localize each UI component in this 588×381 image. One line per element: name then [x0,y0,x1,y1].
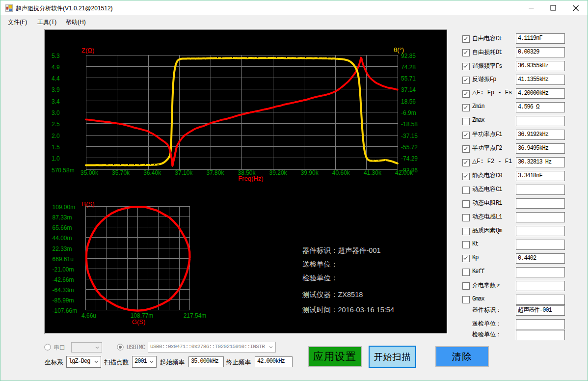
svg-text:2.0: 2.0 [52,133,60,139]
svg-text:4.66u: 4.66u [81,312,96,319]
svg-text:669.61u: 669.61u [53,256,74,263]
svg-text:92.85: 92.85 [401,53,416,59]
svg-text:35.70k: 35.70k [112,169,130,176]
svg-text:3.0: 3.0 [52,109,60,116]
svg-text:送检单位：: 送检单位： [302,260,338,268]
svg-text:35.00k: 35.00k [80,169,99,176]
svg-text:37.14: 37.14 [401,86,416,93]
svg-text:39.90k: 39.90k [301,169,319,176]
svg-text:570.58m: 570.58m [52,167,75,174]
svg-text:4.4: 4.4 [52,75,60,82]
svg-text:-85.99m: -85.99m [53,297,74,304]
svg-text:44.00m: 44.00m [53,235,72,242]
svg-text:3.4: 3.4 [52,98,60,105]
svg-text:B(S): B(S) [82,200,95,208]
svg-text:36.40k: 36.40k [143,169,161,176]
svg-text:40.60k: 40.60k [332,169,350,176]
svg-text:37.80k: 37.80k [206,169,224,176]
svg-text:G(S): G(S) [132,318,145,326]
svg-text:41.30k: 41.30k [364,169,382,176]
svg-text:2.5: 2.5 [52,121,60,128]
svg-text:109.00m: 109.00m [53,204,76,211]
svg-text:-42.66m: -42.66m [53,276,74,283]
svg-text:Freq(Hz): Freq(Hz) [238,175,263,182]
svg-text:65.66m: 65.66m [53,224,72,231]
svg-text:检验单位：: 检验单位： [302,274,338,282]
svg-text:测试仪器：ZX8518: 测试仪器：ZX8518 [302,291,363,299]
svg-text:θ(°): θ(°) [394,46,404,54]
svg-text:5.3: 5.3 [52,53,60,59]
svg-text:217.54m: 217.54m [184,312,207,319]
svg-text:37.10k: 37.10k [175,169,193,176]
svg-text:-64.33m: -64.33m [53,287,74,294]
svg-text:-55.72: -55.72 [401,144,418,151]
svg-text:-21.00m: -21.00m [53,266,74,273]
svg-text:-74.29: -74.29 [401,155,418,162]
svg-text:1.5: 1.5 [52,144,60,151]
svg-text:18.56: 18.56 [401,98,416,105]
svg-text:3.9: 3.9 [52,86,60,93]
svg-text:55.71: 55.71 [401,75,416,82]
svg-text:-107.66m: -107.66m [53,307,78,314]
svg-text:42.00k: 42.00k [395,169,413,176]
svg-text:1.0: 1.0 [52,155,60,162]
svg-text:74.28: 74.28 [401,64,416,71]
svg-text:87.33m: 87.33m [53,214,72,221]
svg-text:4.9: 4.9 [52,64,60,71]
svg-text:-37.15: -37.15 [401,133,418,139]
svg-text:器件标识：超声器件-001: 器件标识：超声器件-001 [302,246,381,254]
svg-text:-6.9m: -6.9m [401,109,416,116]
svg-text:-18.58: -18.58 [401,121,418,128]
svg-text:测试时间：2016-03-16 15:54: 测试时间：2016-03-16 15:54 [302,306,394,314]
svg-text:22.33m: 22.33m [53,245,72,252]
svg-text:39.20k: 39.20k [269,169,288,176]
svg-text:Z(Ω): Z(Ω) [81,47,94,54]
